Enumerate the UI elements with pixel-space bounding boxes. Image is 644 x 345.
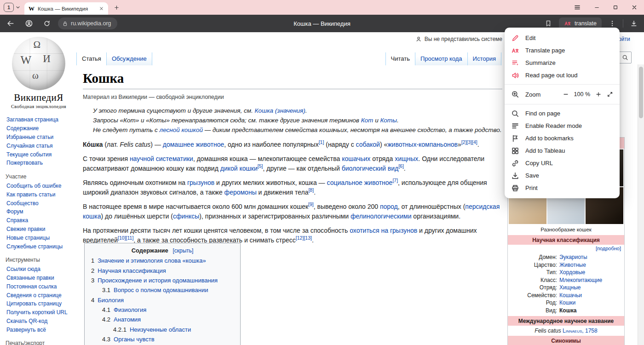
wiki-link[interactable]: хищных (395, 155, 418, 162)
reference-link[interactable]: [2] (461, 139, 467, 145)
menu-item-add-to-tableau[interactable]: Add to Tableau (505, 144, 620, 157)
toc-hide-link[interactable]: [скрыть] (172, 247, 193, 254)
maximize-icon[interactable] (613, 5, 618, 10)
tab-counter-button[interactable]: 1 (4, 3, 14, 12)
page-scrollbar[interactable] (638, 64, 644, 345)
reference-link[interactable]: [9] (308, 201, 314, 207)
reference-link[interactable]: [8] (308, 187, 314, 193)
taxonomy-value-link[interactable]: Млекопитающие (559, 276, 602, 284)
tab-Обсуждение[interactable]: Обсуждение (106, 52, 152, 65)
wiki-link[interactable]: Кот (361, 117, 374, 124)
wiki-link[interactable]: фелинологическими (351, 213, 412, 220)
fullscreen-button[interactable] (607, 91, 613, 98)
taxonomy-value-link[interactable]: Кошки (559, 299, 575, 307)
sidebar-link[interactable]: Связанные правки (6, 274, 74, 282)
sidebar-link[interactable]: Развернуть всё (6, 325, 74, 334)
tab-История[interactable]: История (467, 52, 501, 65)
toc-link[interactable]: Научная классификация (98, 267, 166, 274)
reference-link[interactable]: [4] (472, 139, 477, 145)
browser-tab[interactable]: W Кошка — Википедия (24, 2, 108, 15)
toc-link[interactable]: Значение и этимология слова «кошка» (98, 257, 206, 264)
menu-item-zoom[interactable]: Zoom100 % (505, 87, 620, 101)
reference-link[interactable]: [10] (118, 235, 126, 241)
tab-Просмотр кода[interactable]: Просмотр кода (415, 52, 467, 65)
reference-link[interactable]: [5] (258, 163, 263, 169)
wikipedia-globe-logo[interactable]: ΩWИω (12, 37, 65, 90)
toc-link[interactable]: Анатомия (114, 316, 141, 323)
more-options-icon[interactable] (609, 20, 616, 27)
sidebar-link[interactable]: Форум (6, 207, 74, 216)
wiki-link[interactable]: охотиться на грызунов (350, 227, 417, 234)
sidebar-link[interactable]: Пожертвовать (6, 159, 74, 167)
menu-item-find-on-page[interactable]: Find on page (505, 107, 620, 120)
menu-item-enable-reader-mode[interactable]: Enable Reader mode (505, 120, 620, 132)
sidebar-link[interactable]: Новые страницы (6, 233, 74, 242)
tab-Читать[interactable]: Читать (385, 52, 415, 65)
wiki-link[interactable]: биологический вид (342, 165, 399, 172)
sidebar-link[interactable]: Сообщить об ошибке (6, 182, 74, 190)
sidebar-link[interactable]: Скачать QR-код (6, 317, 74, 326)
menu-item-read-page-out-loud[interactable]: Read page out loud (505, 69, 620, 81)
toc-item[interactable]: 4.2Анатомия (102, 315, 234, 324)
profile-icon[interactable] (25, 19, 33, 28)
toc-link[interactable]: Вопрос о полном одомашнивании (114, 287, 208, 293)
toc-link[interactable]: Биология (98, 297, 124, 304)
menu-item-add-to-bookmarks[interactable]: Add to bookmarks (505, 132, 620, 144)
toc-item[interactable]: 1Значение и этимология слова «кошка» (91, 256, 234, 265)
menu-item-save[interactable]: Save (505, 169, 620, 182)
back-icon[interactable] (6, 19, 15, 28)
toc-item[interactable]: 4Биология (91, 295, 234, 305)
sidebar-link[interactable]: Избранные статьи (6, 133, 74, 142)
wiki-link[interactable]: Коты (380, 117, 397, 124)
sidebar-link[interactable]: Случайная статья (6, 141, 74, 150)
reference-link[interactable]: [1] (319, 139, 324, 145)
taxonomy-value-link[interactable]: Эукариоты (559, 253, 587, 261)
sidebar-link[interactable]: Заглавная страница (6, 115, 74, 124)
wiki-link[interactable]: пород (380, 203, 398, 210)
toc-item[interactable]: 4.3Органы чувств (102, 334, 234, 344)
sidebar-link[interactable]: Сообщество (6, 199, 74, 207)
toc-item[interactable]: 2Научная классификация (91, 265, 234, 275)
reference-link[interactable]: [13] (304, 235, 312, 241)
sidebar-link[interactable]: Служебные страницы (6, 242, 74, 251)
wiki-link[interactable]: домашнее животное (163, 141, 224, 148)
toc-link[interactable]: Происхождение и история одомашнивания (98, 277, 218, 284)
menu-item-copy-url[interactable]: Copy URL (505, 157, 620, 169)
reference-link[interactable]: [12] (296, 235, 304, 241)
taxonomy-value-link[interactable]: Хордовые (559, 269, 585, 276)
reload-icon[interactable] (43, 20, 51, 27)
sidebar-link[interactable]: Справка (6, 216, 74, 225)
wiki-link[interactable]: Кошка (значения) (255, 107, 305, 114)
taxonomy-value-link[interactable]: Животные (559, 261, 586, 269)
search-icon[interactable] (622, 54, 628, 61)
toc-link[interactable]: Физиология (114, 306, 146, 313)
classification-header[interactable]: Научная классификация (508, 235, 624, 245)
wiki-link[interactable]: сфинксы (173, 213, 199, 220)
sidebar-link[interactable]: Текущие события (6, 150, 74, 159)
wiki-link[interactable]: научной систематики (130, 155, 193, 162)
menu-item-print[interactable]: Print (505, 182, 620, 194)
taxonomy-value-link[interactable]: Хищные (559, 284, 581, 292)
reference-link[interactable]: [7] (392, 178, 398, 183)
sidebar-link[interactable]: Постоянная ссылка (6, 282, 74, 291)
wiki-link[interactable]: лесной кошкой (160, 126, 203, 133)
menu-item-summarize[interactable]: Summarize (505, 57, 620, 69)
zoom-out-button[interactable] (563, 91, 569, 98)
tab-close-icon[interactable] (99, 6, 104, 11)
wiki-link[interactable]: животных-компаньонов (387, 141, 458, 148)
menu-item-translate-page[interactable]: Translate page (505, 44, 620, 57)
sidebar-link[interactable]: Ссылки сюда (6, 265, 74, 274)
new-tab-button[interactable] (114, 5, 120, 11)
bookmark-icon[interactable] (545, 20, 552, 27)
wiki-link[interactable]: дикой кошки (220, 165, 258, 172)
wiki-link[interactable]: собакой (356, 141, 380, 148)
toc-item[interactable]: 4.2.1Неизученные области (113, 325, 234, 334)
toc-link[interactable]: Органы чувств (114, 336, 155, 343)
sidebar-link[interactable]: Свежие правки (6, 225, 74, 234)
sidebar-link[interactable]: Как править статьи (6, 190, 74, 199)
sidebar-link[interactable]: Содержание (6, 124, 74, 133)
sidebar-link[interactable]: Получить короткий URL (6, 308, 74, 317)
wiki-link[interactable]: кошачьих (342, 155, 370, 162)
window-close-icon[interactable] (631, 4, 638, 11)
reference-link[interactable]: [6] (398, 163, 404, 169)
